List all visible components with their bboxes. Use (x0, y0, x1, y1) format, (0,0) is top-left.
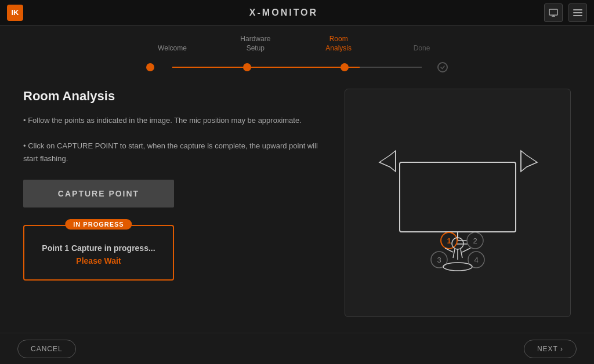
step-label-room: Room Analysis (313, 35, 365, 53)
svg-line-27 (462, 248, 470, 252)
svg-rect-6 (400, 162, 516, 232)
svg-point-25 (443, 263, 472, 271)
svg-rect-3 (573, 9, 582, 10)
instruction-1: • Follow the points as indicated in the … (23, 116, 302, 125)
footer: CANCEL NEXT › (0, 333, 594, 364)
step-dot-hardware (243, 63, 251, 71)
step-label-done: Done (396, 44, 448, 53)
capture-point-button[interactable]: CAPTURE POINT (23, 180, 174, 208)
svg-marker-9 (379, 151, 396, 172)
step-dot-welcome (146, 63, 154, 71)
progress-box: IN PROGRESS Point 1 Capture in progress.… (23, 225, 174, 281)
svg-text:2: 2 (473, 236, 477, 245)
svg-rect-5 (573, 15, 582, 16)
section-title: Room Analysis (23, 89, 327, 104)
app-logo: IK (7, 5, 23, 21)
instructions: • Follow the points as indicated in the … (23, 114, 327, 165)
cancel-button[interactable]: CANCEL (17, 340, 76, 358)
svg-rect-4 (573, 12, 582, 13)
left-panel: Room Analysis • Follow the points as ind… (23, 89, 327, 317)
step-dot-done (437, 62, 448, 72)
stepper: Welcome Hardware Setup Room Analysis Don… (0, 26, 594, 77)
instruction-2: • Click on CAPTURE POINT to start, when … (23, 141, 318, 163)
step-dots-row (146, 62, 448, 72)
menu-icon[interactable] (568, 3, 587, 22)
room-diagram-svg: 1 2 3 4 (353, 110, 562, 296)
progress-wait: Please Wait (36, 256, 161, 265)
progress-badge: IN PROGRESS (65, 219, 132, 230)
progress-message: Point 1 Capture in progress... (36, 243, 161, 253)
step-label-welcome: Welcome (146, 44, 198, 53)
svg-line-23 (461, 249, 462, 258)
step-label-hardware: Hardware Setup (229, 35, 281, 53)
main-content: Room Analysis • Follow the points as ind… (0, 77, 594, 329)
svg-marker-11 (521, 151, 537, 172)
svg-line-22 (453, 249, 455, 258)
svg-rect-0 (549, 9, 557, 15)
app-title: X-MONITOR (249, 8, 318, 18)
step-dot-room (341, 63, 349, 71)
svg-text:1: 1 (447, 236, 451, 245)
screen-icon[interactable] (544, 3, 563, 22)
next-button[interactable]: NEXT › (524, 340, 577, 358)
svg-text:3: 3 (437, 256, 441, 264)
room-diagram-panel: 1 2 3 4 (345, 89, 571, 317)
app-header: IK X-MONITOR (0, 0, 594, 26)
header-actions (544, 3, 587, 22)
svg-text:4: 4 (474, 256, 478, 264)
